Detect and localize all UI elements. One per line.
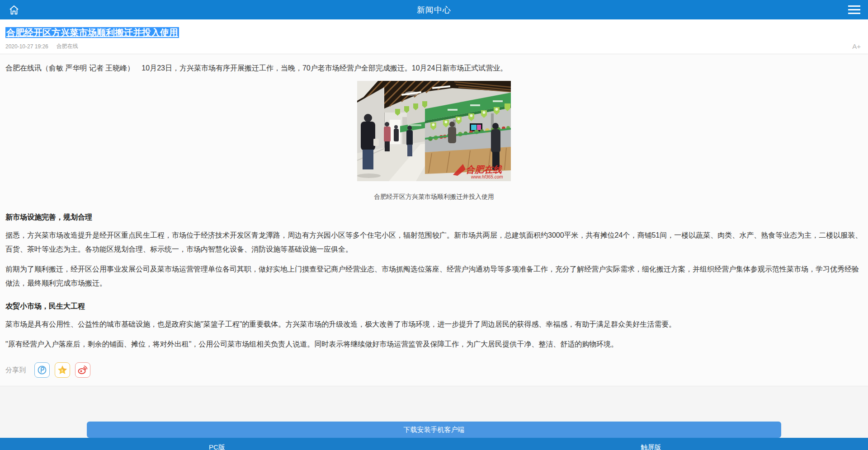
share-bar: 分享到 z xyxy=(0,357,868,386)
share-pengyou-button[interactable] xyxy=(34,362,50,378)
photo-watermark-url: www.hf365.com xyxy=(471,174,503,179)
qzone-star-icon: z xyxy=(57,365,68,375)
share-qzone-button[interactable]: z xyxy=(55,362,70,378)
download-app-button[interactable]: 下载安装手机客户端 xyxy=(87,422,781,438)
article-title: 合肥经开区方兴菜市场顺利搬迁并投入使用 xyxy=(5,27,863,38)
share-label: 分享到 xyxy=(5,366,26,375)
hamburger-icon xyxy=(848,5,860,14)
article-source: 合肥在线 xyxy=(57,42,78,50)
weibo-icon xyxy=(77,365,88,375)
article-meta: 2020-10-27 19:26 合肥在线 A+ xyxy=(5,42,863,50)
article-figure: 合肥在线 www.hf365.com 合肥经开区方兴菜市场顺利搬迁并投入使用 xyxy=(5,81,863,201)
menu-button[interactable] xyxy=(846,2,862,18)
article-paragraph: 据悉，方兴菜市场改造提升是经开区重点民生工程，市场位于经济技术开发区青龙潭路，周… xyxy=(5,228,863,256)
footer-link-touch[interactable]: 触屏版 xyxy=(434,442,868,450)
article-paragraph: 菜市场是具有公用性、公益性的城市基础设施，也是政府实施"菜篮子工程"的重要载体。… xyxy=(5,317,863,331)
home-icon xyxy=(9,5,19,15)
market-photo: 合肥在线 www.hf365.com xyxy=(357,81,511,181)
app-header: 新闻中心 xyxy=(0,0,868,19)
footer: PC版 触屏版 Copyright © 2015 CmsTop. All Rig… xyxy=(0,438,868,450)
article-paragraph: "原有经营户入户落座后，剩余的铺面、摊位，将对外出租"，公用公司菜市场组相关负责… xyxy=(5,337,863,351)
section-heading: 农贸小市场，民生大工程 xyxy=(5,302,863,311)
section-heading: 新市场设施完善，规划合理 xyxy=(5,213,863,222)
page-title: 新闻中心 xyxy=(0,5,868,15)
publish-date: 2020-10-27 19:26 xyxy=(5,43,48,50)
article-paragraph: 合肥在线讯（俞敏 严华明 记者 王晓峰） 10月23日，方兴菜市场有序开展搬迁工… xyxy=(5,61,863,75)
svg-text:z: z xyxy=(61,369,63,372)
article-body: 合肥在线讯（俞敏 严华明 记者 王晓峰） 10月23日，方兴菜市场有序开展搬迁工… xyxy=(0,54,868,357)
article-title-text: 合肥经开区方兴菜市场顺利搬迁并投入使用 xyxy=(5,27,179,38)
photo-watermark-cn: 合肥在线 xyxy=(466,164,502,174)
home-button[interactable] xyxy=(6,2,22,18)
pengyou-icon xyxy=(37,365,47,375)
bottom-zone: 下载安装手机客户端 xyxy=(0,386,868,438)
image-caption: 合肥经开区方兴菜市场顺利搬迁并投入使用 xyxy=(5,193,863,201)
article-paragraph: 前期为了顺利搬迁，经开区公用事业发展公司及菜市场运营管理单位各司其职，做好实地上… xyxy=(5,262,863,290)
footer-link-pc[interactable]: PC版 xyxy=(0,442,434,450)
share-weibo-button[interactable] xyxy=(75,362,90,378)
font-size-toggle[interactable]: A+ xyxy=(852,42,861,50)
article-header: 合肥经开区方兴菜市场顺利搬迁并投入使用 2020-10-27 19:26 合肥在… xyxy=(0,19,868,54)
